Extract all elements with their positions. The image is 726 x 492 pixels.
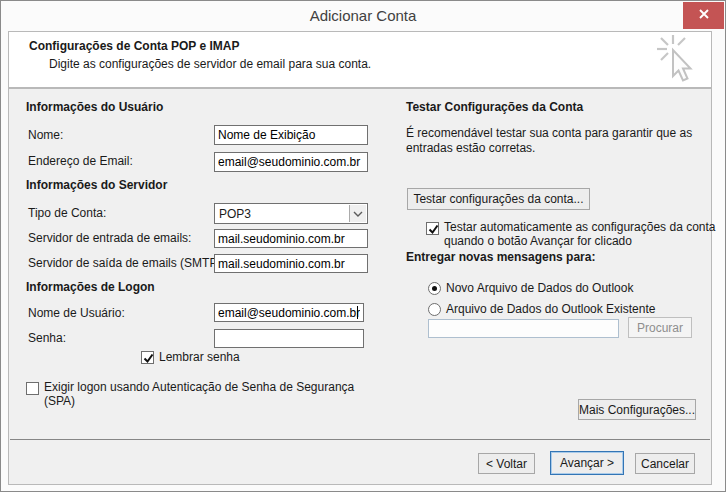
section-deliver-messages: Entregar novas mensagens para:	[406, 250, 595, 264]
next-button[interactable]: Avançar >	[550, 451, 624, 475]
section-server-info: Informações do Servidor	[26, 178, 167, 192]
auto-test-checkbox[interactable]	[426, 222, 439, 235]
header-subtitle: Digite as configurações de servidor de e…	[49, 57, 371, 71]
remember-password-checkbox[interactable]	[141, 351, 154, 364]
existing-data-file-radio[interactable]	[428, 303, 441, 316]
close-button[interactable]	[683, 2, 724, 29]
incoming-server-input[interactable]	[214, 229, 368, 248]
password-input[interactable]	[214, 329, 364, 348]
remember-password-label[interactable]: Lembrar senha	[159, 350, 240, 364]
back-button[interactable]: < Voltar	[478, 453, 535, 474]
cancel-button[interactable]: Cancelar	[635, 453, 695, 474]
username-label: Nome de Usuário:	[28, 306, 125, 320]
outgoing-server-label: Servidor de saída de emails (SMTP):	[28, 256, 225, 270]
check-icon	[142, 352, 155, 365]
test-settings-description: É recomendável testar sua conta para gar…	[406, 126, 721, 156]
username-input[interactable]	[214, 303, 364, 322]
click-cursor-icon	[647, 33, 699, 93]
chevron-down-icon[interactable]	[349, 205, 366, 222]
data-file-path-input[interactable]	[428, 319, 619, 338]
account-type-select[interactable]: POP3	[214, 203, 368, 224]
email-input[interactable]	[214, 152, 368, 172]
password-label: Senha:	[28, 331, 66, 345]
section-test-settings: Testar Configurações da Conta	[406, 100, 583, 114]
check-icon	[427, 223, 440, 236]
spa-label[interactable]: Exigir logon usando Autenticação de Senh…	[44, 380, 374, 408]
email-label: Endereço de Email:	[28, 154, 133, 168]
outgoing-server-input[interactable]	[214, 254, 368, 273]
dialog-header: Configurações de Conta POP e IMAP Digite…	[8, 31, 712, 88]
more-settings-button[interactable]: Mais Configurações...	[578, 399, 696, 420]
browse-button[interactable]: Procurar	[628, 317, 692, 338]
text-caret	[357, 306, 358, 319]
spa-checkbox[interactable]	[26, 382, 39, 395]
new-data-file-radio[interactable]	[428, 282, 441, 295]
header-title: Configurações de Conta POP e IMAP	[29, 39, 239, 53]
titlebar: Adicionar Conta	[1, 1, 725, 31]
section-user-info: Informações do Usuário	[26, 100, 163, 114]
name-label: Nome:	[28, 128, 63, 142]
section-logon-info: Informações de Logon	[26, 280, 155, 294]
test-account-settings-button[interactable]: Testar configurações da conta...	[407, 188, 590, 210]
existing-data-file-label[interactable]: Arquivo de Dados do Outlook Existente	[446, 302, 655, 316]
auto-test-label[interactable]: Testar automaticamente as configurações …	[444, 220, 724, 248]
new-data-file-label[interactable]: Novo Arquivo de Dados do Outlook	[446, 281, 633, 295]
footer-divider	[10, 439, 710, 440]
dialog-title: Adicionar Conta	[1, 7, 725, 24]
incoming-server-label: Servidor de entrada de emails:	[28, 231, 191, 245]
add-account-dialog: Adicionar Conta Configurações de Conta P…	[0, 0, 726, 492]
main-panel: Informações do Usuário Nome: Endereço de…	[8, 88, 712, 485]
account-type-label: Tipo de Conta:	[28, 206, 106, 220]
name-input[interactable]	[214, 125, 368, 145]
account-type-value: POP3	[219, 207, 251, 221]
close-icon	[698, 8, 710, 23]
